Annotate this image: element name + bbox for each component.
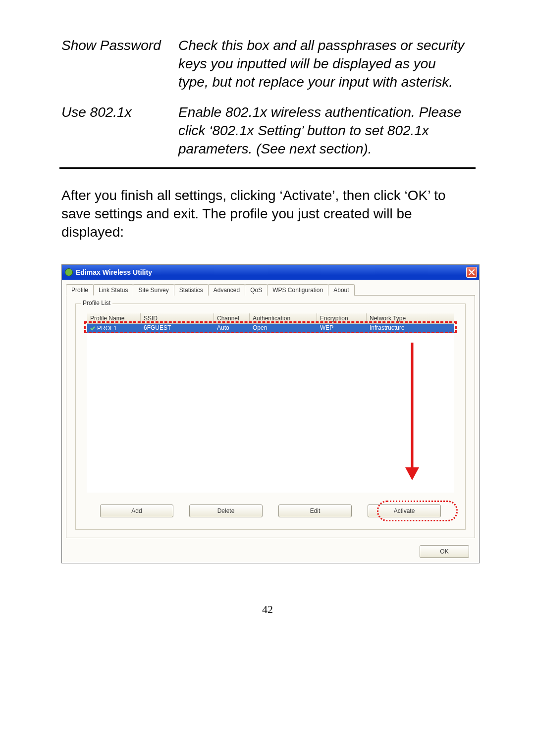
activate-button[interactable]: Activate bbox=[368, 504, 441, 517]
annotation-arrow bbox=[410, 343, 414, 480]
tab-profile[interactable]: Profile bbox=[66, 284, 94, 296]
col-encryption[interactable]: Encryption bbox=[317, 313, 367, 324]
tab-site-survey[interactable]: Site Survey bbox=[133, 284, 174, 296]
profile-row[interactable]: PROF1 6FGUEST Auto Open WEP Infrastructu… bbox=[87, 324, 454, 333]
definition-description: Check this box and all passphrases or se… bbox=[178, 37, 474, 92]
cell-authentication: Open bbox=[250, 324, 317, 333]
check-icon bbox=[90, 326, 95, 331]
tab-wps-configuration[interactable]: WPS Configuration bbox=[267, 284, 328, 296]
profile-listview[interactable]: Profile Name SSID Channel Authentication… bbox=[87, 313, 454, 493]
col-profile-name[interactable]: Profile Name bbox=[87, 313, 141, 324]
page-number: 42 bbox=[59, 603, 476, 616]
titlebar: Edimax Wireless Utility bbox=[62, 265, 479, 280]
app-window: Edimax Wireless Utility Profile Link Sta… bbox=[61, 264, 480, 563]
add-button[interactable]: Add bbox=[100, 504, 173, 517]
definition-row: Show Password Check this box and all pas… bbox=[59, 34, 476, 101]
ok-button[interactable]: OK bbox=[420, 545, 469, 558]
cell-ssid: 6FGUEST bbox=[141, 324, 214, 333]
groupbox-title: Profile List bbox=[81, 300, 112, 306]
tab-about[interactable]: About bbox=[328, 284, 354, 296]
edit-button[interactable]: Edit bbox=[278, 504, 352, 517]
app-icon bbox=[65, 268, 73, 276]
definition-description: Enable 802.1x wireless authentication. P… bbox=[178, 103, 474, 158]
definition-term: Use 802.1x bbox=[61, 103, 178, 158]
tab-advanced[interactable]: Advanced bbox=[208, 284, 245, 296]
body-paragraph: After you finish all settings, clicking … bbox=[61, 187, 474, 242]
close-icon bbox=[469, 269, 475, 275]
tab-statistics[interactable]: Statistics bbox=[174, 284, 209, 296]
col-network-type[interactable]: Network Type bbox=[367, 313, 454, 324]
col-authentication[interactable]: Authentication bbox=[250, 313, 317, 324]
close-button[interactable] bbox=[466, 267, 477, 278]
col-channel[interactable]: Channel bbox=[214, 313, 250, 324]
tab-strip: Profile Link Status Site Survey Statisti… bbox=[66, 284, 475, 296]
window-title: Edimax Wireless Utility bbox=[76, 268, 152, 276]
cell-channel: Auto bbox=[214, 324, 250, 333]
svg-marker-1 bbox=[405, 467, 419, 480]
cell-encryption: WEP bbox=[317, 324, 367, 333]
cell-network-type: Infrastructure bbox=[367, 324, 454, 333]
col-ssid[interactable]: SSID bbox=[141, 313, 214, 324]
tab-qos[interactable]: QoS bbox=[245, 284, 268, 296]
tab-link-status[interactable]: Link Status bbox=[93, 284, 133, 296]
profile-list-groupbox: Profile List Profile Name SSID Channel A… bbox=[75, 303, 466, 530]
definition-row: Use 802.1x Enable 802.1x wireless authen… bbox=[59, 101, 476, 167]
delete-button[interactable]: Delete bbox=[189, 504, 263, 517]
definition-term: Show Password bbox=[61, 37, 178, 92]
definitions-table: Show Password Check this box and all pas… bbox=[59, 34, 476, 169]
listview-header: Profile Name SSID Channel Authentication… bbox=[87, 313, 454, 324]
cell-profile-name: PROF1 bbox=[87, 324, 141, 333]
